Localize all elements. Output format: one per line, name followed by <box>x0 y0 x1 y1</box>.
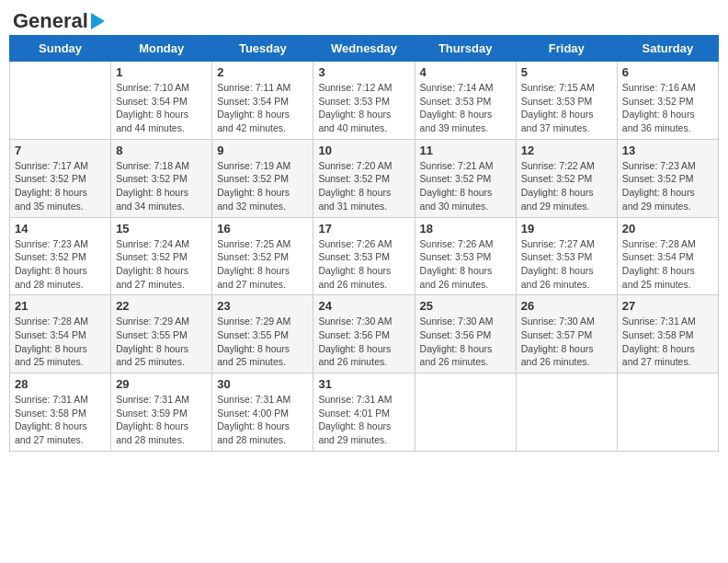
day-info: Sunrise: 7:31 AM Sunset: 3:58 PM Dayligh… <box>622 315 713 369</box>
day-info: Sunrise: 7:25 AM Sunset: 3:52 PM Dayligh… <box>217 237 308 292</box>
day-of-week-header: Monday <box>111 36 212 62</box>
calendar-day-cell: 22Sunrise: 7:29 AM Sunset: 3:55 PM Dayli… <box>111 295 212 373</box>
calendar-day-cell: 17Sunrise: 7:26 AM Sunset: 3:53 PM Dayli… <box>313 217 415 295</box>
calendar-table: SundayMondayTuesdayWednesdayThursdayFrid… <box>9 35 719 452</box>
page-header: General <box>9 9 719 29</box>
calendar-header-row: SundayMondayTuesdayWednesdayThursdayFrid… <box>10 36 719 62</box>
calendar-day-cell: 24Sunrise: 7:30 AM Sunset: 3:56 PM Dayli… <box>313 295 415 373</box>
calendar-day-cell: 3Sunrise: 7:12 AM Sunset: 3:53 PM Daylig… <box>313 62 415 140</box>
day-info: Sunrise: 7:23 AM Sunset: 3:52 PM Dayligh… <box>15 237 106 292</box>
logo-general-text: General <box>13 9 88 33</box>
day-info: Sunrise: 7:23 AM Sunset: 3:52 PM Dayligh… <box>622 159 713 213</box>
day-info: Sunrise: 7:14 AM Sunset: 3:53 PM Dayligh… <box>420 81 511 135</box>
day-info: Sunrise: 7:31 AM Sunset: 4:01 PM Dayligh… <box>318 393 409 447</box>
day-info: Sunrise: 7:30 AM Sunset: 3:56 PM Dayligh… <box>420 315 511 369</box>
day-number: 30 <box>217 377 308 391</box>
calendar-week-row: 1Sunrise: 7:10 AM Sunset: 3:54 PM Daylig… <box>10 62 719 140</box>
day-number: 1 <box>116 65 207 79</box>
day-number: 8 <box>116 144 207 157</box>
day-number: 2 <box>217 65 308 79</box>
calendar-day-cell: 9Sunrise: 7:19 AM Sunset: 3:52 PM Daylig… <box>212 139 313 217</box>
calendar-day-cell: 30Sunrise: 7:31 AM Sunset: 4:00 PM Dayli… <box>212 373 313 452</box>
day-info: Sunrise: 7:28 AM Sunset: 3:54 PM Dayligh… <box>15 315 106 369</box>
day-info: Sunrise: 7:19 AM Sunset: 3:52 PM Dayligh… <box>217 159 308 213</box>
day-number: 23 <box>217 299 308 313</box>
calendar-day-cell: 25Sunrise: 7:30 AM Sunset: 3:56 PM Dayli… <box>415 295 516 373</box>
day-number: 10 <box>318 144 409 157</box>
day-info: Sunrise: 7:17 AM Sunset: 3:52 PM Dayligh… <box>15 159 106 213</box>
calendar-day-cell: 21Sunrise: 7:28 AM Sunset: 3:54 PM Dayli… <box>10 295 111 373</box>
calendar-day-cell: 29Sunrise: 7:31 AM Sunset: 3:59 PM Dayli… <box>111 373 212 452</box>
day-info: Sunrise: 7:31 AM Sunset: 4:00 PM Dayligh… <box>217 393 308 447</box>
day-number: 31 <box>318 377 409 391</box>
calendar-day-cell: 5Sunrise: 7:15 AM Sunset: 3:53 PM Daylig… <box>516 62 617 140</box>
day-number: 3 <box>318 65 409 79</box>
calendar-day-cell <box>415 373 516 452</box>
logo-arrow-icon <box>91 13 105 29</box>
day-info: Sunrise: 7:16 AM Sunset: 3:52 PM Dayligh… <box>622 81 713 135</box>
day-number: 26 <box>521 299 612 313</box>
day-number: 28 <box>15 377 106 391</box>
day-number: 12 <box>521 144 612 157</box>
day-info: Sunrise: 7:24 AM Sunset: 3:52 PM Dayligh… <box>116 237 207 292</box>
day-info: Sunrise: 7:26 AM Sunset: 3:53 PM Dayligh… <box>318 237 409 292</box>
day-of-week-header: Wednesday <box>313 36 415 62</box>
day-info: Sunrise: 7:31 AM Sunset: 3:59 PM Dayligh… <box>116 393 207 447</box>
day-of-week-header: Tuesday <box>212 36 313 62</box>
day-number: 17 <box>318 222 409 236</box>
calendar-day-cell: 16Sunrise: 7:25 AM Sunset: 3:52 PM Dayli… <box>212 217 313 295</box>
calendar-day-cell: 8Sunrise: 7:18 AM Sunset: 3:52 PM Daylig… <box>111 139 212 217</box>
day-info: Sunrise: 7:18 AM Sunset: 3:52 PM Dayligh… <box>116 159 207 213</box>
calendar-day-cell: 13Sunrise: 7:23 AM Sunset: 3:52 PM Dayli… <box>617 139 718 217</box>
day-number: 29 <box>116 377 207 391</box>
calendar-day-cell: 31Sunrise: 7:31 AM Sunset: 4:01 PM Dayli… <box>313 373 415 452</box>
day-number: 21 <box>15 299 106 313</box>
calendar-day-cell: 15Sunrise: 7:24 AM Sunset: 3:52 PM Dayli… <box>111 217 212 295</box>
calendar-day-cell: 19Sunrise: 7:27 AM Sunset: 3:53 PM Dayli… <box>516 217 617 295</box>
calendar-week-row: 28Sunrise: 7:31 AM Sunset: 3:58 PM Dayli… <box>10 373 719 452</box>
day-info: Sunrise: 7:28 AM Sunset: 3:54 PM Dayligh… <box>622 237 713 292</box>
day-info: Sunrise: 7:27 AM Sunset: 3:53 PM Dayligh… <box>521 237 612 292</box>
calendar-day-cell: 23Sunrise: 7:29 AM Sunset: 3:55 PM Dayli… <box>212 295 313 373</box>
day-info: Sunrise: 7:29 AM Sunset: 3:55 PM Dayligh… <box>217 315 308 369</box>
calendar-day-cell: 2Sunrise: 7:11 AM Sunset: 3:54 PM Daylig… <box>212 62 313 140</box>
day-info: Sunrise: 7:31 AM Sunset: 3:58 PM Dayligh… <box>15 393 106 447</box>
day-number: 14 <box>15 222 106 236</box>
day-number: 9 <box>217 144 308 157</box>
calendar-day-cell: 28Sunrise: 7:31 AM Sunset: 3:58 PM Dayli… <box>10 373 111 452</box>
day-number: 5 <box>521 65 612 79</box>
day-info: Sunrise: 7:10 AM Sunset: 3:54 PM Dayligh… <box>116 81 207 135</box>
day-number: 22 <box>116 299 207 313</box>
day-of-week-header: Thursday <box>415 36 516 62</box>
day-info: Sunrise: 7:22 AM Sunset: 3:52 PM Dayligh… <box>521 159 612 213</box>
calendar-week-row: 21Sunrise: 7:28 AM Sunset: 3:54 PM Dayli… <box>10 295 719 373</box>
day-number: 15 <box>116 222 207 236</box>
calendar-week-row: 14Sunrise: 7:23 AM Sunset: 3:52 PM Dayli… <box>10 217 719 295</box>
day-of-week-header: Sunday <box>10 36 111 62</box>
calendar-day-cell: 20Sunrise: 7:28 AM Sunset: 3:54 PM Dayli… <box>617 217 718 295</box>
day-number: 16 <box>217 222 308 236</box>
calendar-day-cell <box>516 373 617 452</box>
calendar-day-cell: 7Sunrise: 7:17 AM Sunset: 3:52 PM Daylig… <box>10 139 111 217</box>
logo: General <box>13 9 105 29</box>
day-number: 18 <box>420 222 511 236</box>
day-info: Sunrise: 7:20 AM Sunset: 3:52 PM Dayligh… <box>318 159 409 213</box>
day-info: Sunrise: 7:30 AM Sunset: 3:57 PM Dayligh… <box>521 315 612 369</box>
day-of-week-header: Friday <box>516 36 617 62</box>
calendar-day-cell: 12Sunrise: 7:22 AM Sunset: 3:52 PM Dayli… <box>516 139 617 217</box>
day-info: Sunrise: 7:30 AM Sunset: 3:56 PM Dayligh… <box>318 315 409 369</box>
calendar-day-cell: 1Sunrise: 7:10 AM Sunset: 3:54 PM Daylig… <box>111 62 212 140</box>
calendar-day-cell: 27Sunrise: 7:31 AM Sunset: 3:58 PM Dayli… <box>617 295 718 373</box>
day-number: 27 <box>622 299 713 313</box>
day-info: Sunrise: 7:21 AM Sunset: 3:52 PM Dayligh… <box>420 159 511 213</box>
calendar-day-cell: 14Sunrise: 7:23 AM Sunset: 3:52 PM Dayli… <box>10 217 111 295</box>
day-number: 7 <box>15 144 106 157</box>
calendar-day-cell: 4Sunrise: 7:14 AM Sunset: 3:53 PM Daylig… <box>415 62 516 140</box>
calendar-day-cell: 10Sunrise: 7:20 AM Sunset: 3:52 PM Dayli… <box>313 139 415 217</box>
day-info: Sunrise: 7:26 AM Sunset: 3:53 PM Dayligh… <box>420 237 511 292</box>
calendar-day-cell: 26Sunrise: 7:30 AM Sunset: 3:57 PM Dayli… <box>516 295 617 373</box>
day-info: Sunrise: 7:12 AM Sunset: 3:53 PM Dayligh… <box>318 81 409 135</box>
calendar-day-cell <box>617 373 718 452</box>
day-info: Sunrise: 7:11 AM Sunset: 3:54 PM Dayligh… <box>217 81 308 135</box>
day-number: 19 <box>521 222 612 236</box>
